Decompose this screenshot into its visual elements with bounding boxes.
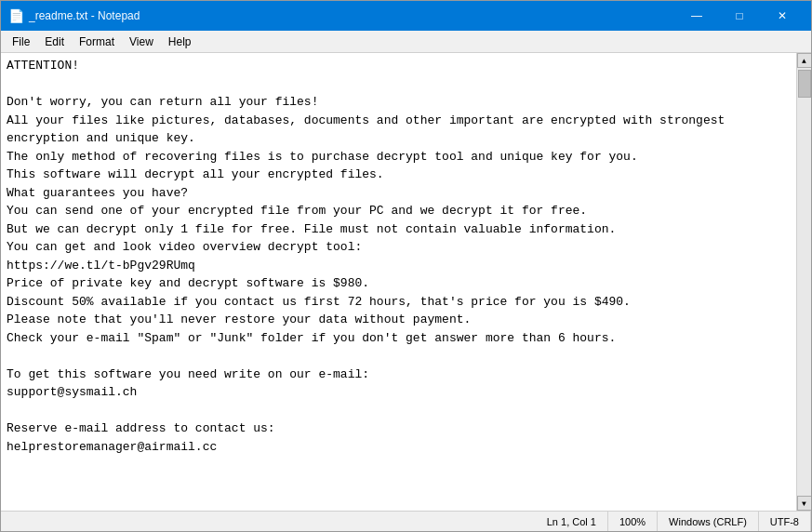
scroll-thumb[interactable] [798,70,811,98]
editor-area: ▲ ▼ [1,53,811,511]
status-bar: Ln 1, Col 1 100% Windows (CRLF) UTF-8 [1,511,811,531]
menu-help[interactable]: Help [161,33,199,50]
menu-file[interactable]: File [5,33,37,50]
scroll-track[interactable] [797,68,811,496]
menu-edit[interactable]: Edit [37,33,72,50]
notepad-window: 📄 _readme.txt - Notepad — □ ✕ File Edit … [0,0,812,532]
scroll-up-button[interactable]: ▲ [797,53,812,68]
window-controls: — □ ✕ [675,1,804,31]
zoom-level: 100% [608,512,658,531]
menu-view[interactable]: View [122,33,161,50]
scroll-down-button[interactable]: ▼ [797,496,812,511]
maximize-button[interactable]: □ [718,1,761,31]
text-editor[interactable] [1,53,796,511]
window-title: _readme.txt - Notepad [29,9,675,22]
menu-bar: File Edit Format View Help [1,31,811,53]
encoding: UTF-8 [759,512,811,531]
line-ending: Windows (CRLF) [658,512,759,531]
cursor-position: Ln 1, Col 1 [536,512,608,531]
close-button[interactable]: ✕ [761,1,804,31]
vertical-scrollbar[interactable]: ▲ ▼ [796,53,811,511]
app-icon: 📄 [8,8,23,23]
menu-format[interactable]: Format [72,33,122,50]
title-bar: 📄 _readme.txt - Notepad — □ ✕ [1,1,811,31]
minimize-button[interactable]: — [675,1,718,31]
